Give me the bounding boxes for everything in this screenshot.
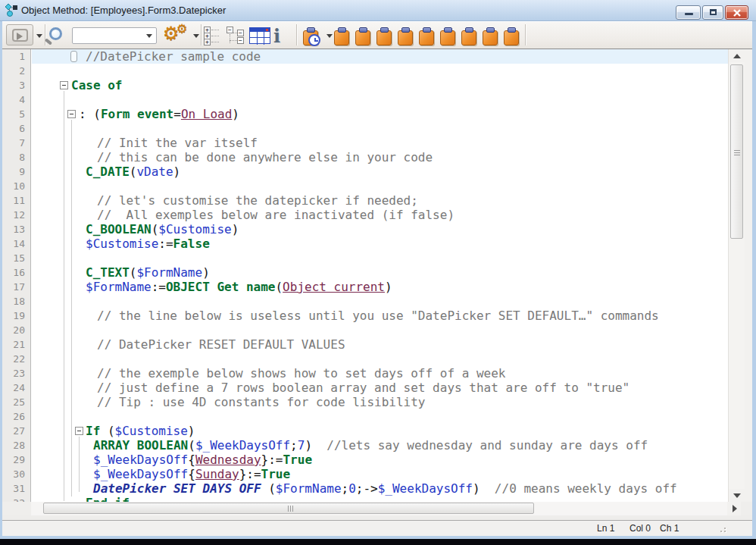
vertical-scroll-thumb[interactable] bbox=[730, 64, 743, 239]
token-pn: ) bbox=[473, 481, 480, 496]
clipboard-button[interactable] bbox=[355, 27, 372, 46]
run-dropdown-arrow[interactable] bbox=[36, 34, 42, 38]
clipboard-button[interactable] bbox=[439, 27, 457, 46]
clipboard-clip bbox=[423, 27, 431, 33]
code-line[interactable]: If ($Customise) bbox=[32, 424, 728, 438]
code-line[interactable]: DatePicker SET DAYS OFF ($FormName;0;->$… bbox=[32, 481, 728, 496]
line-number: 17 bbox=[2, 280, 30, 294]
resize-grip[interactable] bbox=[724, 531, 726, 532]
token-pn: ) bbox=[385, 280, 392, 294]
code-line[interactable]: $Customise:=False bbox=[32, 236, 728, 251]
run-method-button[interactable] bbox=[6, 24, 33, 45]
code-line[interactable] bbox=[32, 409, 728, 424]
line-number: 7 bbox=[2, 136, 30, 150]
resize-grip[interactable] bbox=[724, 528, 726, 529]
code-line[interactable]: //DatePicker sample code bbox=[32, 49, 728, 64]
titlebar[interactable]: Object Method: [Employees].Form3.Datepic… bbox=[0, 0, 756, 21]
status-line: Ln 1 bbox=[597, 523, 614, 534]
line-number: 10 bbox=[2, 179, 30, 193]
clipboard-button[interactable] bbox=[418, 27, 436, 46]
code-line[interactable]: C_BOOLEAN($Customise) bbox=[32, 222, 728, 236]
clipboard-dropdown-arrow[interactable] bbox=[326, 34, 333, 38]
code-line[interactable]: // Init the var itself bbox=[32, 136, 728, 150]
code-line[interactable] bbox=[32, 121, 728, 136]
minimize-button[interactable] bbox=[676, 5, 701, 20]
code-line[interactable]: $_WeekDaysOff{Sunday}:=True bbox=[32, 467, 728, 481]
clipboard-button[interactable] bbox=[376, 27, 393, 46]
code-line[interactable]: End if bbox=[32, 496, 728, 502]
clipboard-button[interactable] bbox=[482, 27, 499, 46]
horizontal-scrollbar-row bbox=[2, 502, 752, 515]
search-combobox[interactable] bbox=[72, 27, 157, 44]
token-cmd: Form event bbox=[101, 107, 173, 121]
token-pn: ( bbox=[275, 280, 283, 294]
horizontal-scrollbar[interactable] bbox=[31, 502, 741, 515]
clipboard-clip bbox=[486, 27, 495, 33]
code-line[interactable]: // DatePicker RESET DEFAULT VALUES bbox=[32, 337, 728, 352]
clipboard-clock-button[interactable] bbox=[302, 27, 320, 46]
token-pn: ( bbox=[130, 265, 137, 280]
code-line[interactable]: ARRAY BOOLEAN($_WeekDaysOff;7) //lets sa… bbox=[32, 438, 728, 453]
token-pn: := bbox=[158, 236, 173, 251]
line-number: 19 bbox=[2, 309, 30, 323]
fold-toggle[interactable] bbox=[67, 110, 76, 118]
code-line[interactable] bbox=[32, 352, 728, 366]
code-line[interactable]: // let's customise the datepicker if nee… bbox=[32, 193, 728, 208]
code-line[interactable]: $_WeekDaysOff{Wednesday}:=True bbox=[32, 453, 728, 467]
line-number: 13 bbox=[2, 222, 30, 236]
code-line[interactable]: : (Form event=On Load) bbox=[32, 107, 728, 121]
maximize-button[interactable] bbox=[702, 5, 723, 20]
code-line[interactable] bbox=[32, 323, 728, 337]
line-number: 24 bbox=[2, 381, 30, 395]
token-cm: //lets say wednesday and sunday are days… bbox=[312, 438, 648, 453]
code-line[interactable]: // this can be done anywhere else in you… bbox=[32, 150, 728, 164]
code-pane[interactable]: //DatePicker sample codeCase of: (Form e… bbox=[32, 49, 728, 502]
code-line[interactable]: // All exemples below are inactivated (i… bbox=[32, 208, 728, 222]
search-dropdown-arrow[interactable] bbox=[146, 34, 152, 38]
code-line[interactable]: Case of bbox=[32, 78, 728, 92]
macros-dropdown-arrow[interactable] bbox=[193, 34, 199, 38]
clipboard-button[interactable] bbox=[333, 27, 351, 46]
search-input[interactable] bbox=[74, 29, 144, 42]
code-line[interactable] bbox=[32, 251, 728, 265]
fold-guide-line bbox=[79, 437, 80, 492]
token-cm: //DatePicker sample code bbox=[86, 49, 261, 64]
code-line[interactable]: C_TEXT($FormName) bbox=[32, 265, 728, 280]
scroll-down-button[interactable] bbox=[729, 489, 745, 502]
token-kw: End if bbox=[86, 496, 130, 502]
line-number: 21 bbox=[2, 337, 30, 352]
clipboard-button[interactable] bbox=[461, 27, 478, 46]
code-line[interactable]: C_DATE(vDate) bbox=[32, 164, 728, 179]
scroll-right-button[interactable] bbox=[727, 502, 741, 515]
token-cm: // the line below is useless until you u… bbox=[97, 309, 659, 323]
form-preview-icon[interactable] bbox=[249, 27, 270, 44]
info-icon[interactable]: i bbox=[273, 25, 280, 47]
code-line[interactable]: // the line below is useless until you u… bbox=[32, 309, 728, 323]
vertical-scrollbar[interactable] bbox=[728, 49, 745, 502]
status-column: Col 0 bbox=[629, 523, 651, 534]
clipboard-button[interactable] bbox=[503, 27, 520, 46]
code-line[interactable] bbox=[32, 294, 728, 309]
code-editor: 1234567891011121314151617181920212223242… bbox=[2, 49, 752, 502]
code-line[interactable] bbox=[32, 64, 728, 78]
token-var: $Customise bbox=[158, 222, 231, 236]
scroll-up-button[interactable] bbox=[729, 49, 745, 62]
horizontal-scroll-thumb[interactable] bbox=[43, 503, 534, 514]
close-button[interactable] bbox=[725, 5, 748, 20]
resize-grip[interactable] bbox=[720, 531, 722, 532]
code-line[interactable]: // just define a 7 rows boolean array an… bbox=[32, 381, 728, 395]
fold-toggle[interactable] bbox=[75, 427, 83, 435]
line-number: 29 bbox=[2, 453, 30, 467]
token-pn: ( bbox=[152, 222, 159, 236]
clipboard-button[interactable] bbox=[397, 27, 414, 46]
code-line[interactable]: $FormName:=OBJECT Get name(Object curren… bbox=[32, 280, 728, 294]
clipboard-clip bbox=[359, 27, 367, 33]
fold-toggle[interactable] bbox=[60, 81, 68, 89]
code-line[interactable] bbox=[32, 92, 728, 107]
code-line[interactable] bbox=[32, 179, 728, 193]
code-line[interactable]: // the exemple below shows how to set da… bbox=[32, 366, 728, 381]
code-line[interactable]: // Tip : use 4D constants for code lisib… bbox=[32, 395, 728, 409]
expand-all-icon[interactable]: + + + bbox=[204, 27, 223, 45]
macros-gear-small-icon[interactable]: ⚙ bbox=[177, 21, 187, 36]
collapse-all-icon[interactable]: − − − bbox=[226, 27, 246, 45]
